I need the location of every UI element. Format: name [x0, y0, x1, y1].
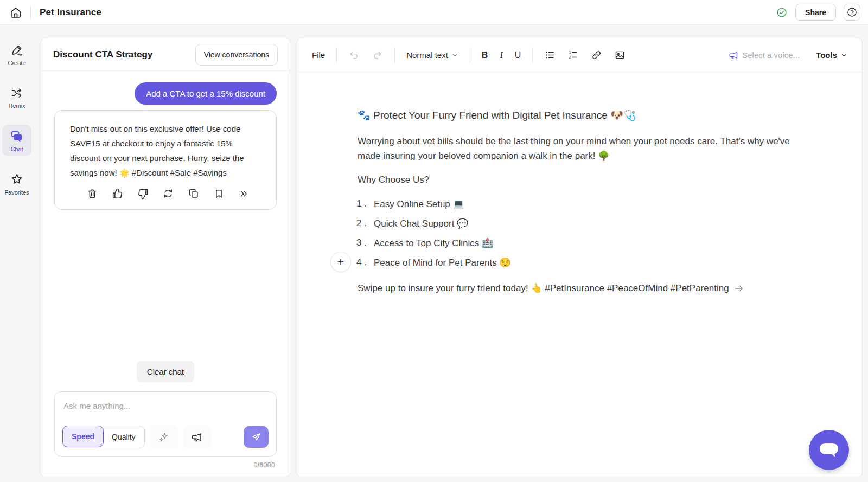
svg-text:1: 1 — [569, 50, 571, 54]
bookmark-button[interactable] — [212, 187, 226, 201]
help-button[interactable] — [844, 4, 860, 21]
clear-chat-button[interactable]: Clear chat — [137, 361, 194, 382]
underline-button[interactable]: U — [511, 47, 525, 63]
help-icon — [846, 7, 858, 18]
chat-title: Discount CTA Strategy — [53, 49, 152, 60]
improve-prompt-button[interactable] — [150, 425, 178, 449]
editor-toolbar: File Normal text — [297, 38, 862, 72]
more-actions-button[interactable] — [237, 187, 251, 201]
svg-text:2: 2 — [569, 55, 571, 59]
toolbar-divider — [394, 47, 395, 63]
megaphone-icon — [728, 50, 739, 61]
chat-composer: Ask me anything... Speed Quality — [54, 391, 277, 457]
bold-button[interactable]: B — [478, 47, 492, 63]
trash-icon — [86, 188, 98, 200]
image-icon — [614, 49, 626, 61]
chevron-down-icon — [840, 52, 847, 59]
home-icon — [9, 5, 23, 20]
list-item: Quick Chat Support 💬 — [358, 218, 792, 229]
top-bar: Pet Insurance Share — [0, 0, 868, 25]
widget-chat-icon — [819, 441, 839, 459]
thumbs-up-button[interactable] — [111, 187, 125, 201]
select-voice-button[interactable]: Select a voice... — [724, 47, 803, 64]
sidebar-item-chat[interactable]: Chat — [2, 125, 31, 156]
regenerate-button[interactable] — [161, 187, 175, 201]
bullet-list-button[interactable] — [540, 46, 559, 64]
list-item: Access to Top City Clinics 🏥 — [358, 237, 792, 249]
speed-mode-button[interactable]: Speed — [62, 426, 104, 447]
send-icon — [251, 432, 262, 443]
add-block-button[interactable]: + — [330, 252, 351, 272]
insert-image-button[interactable] — [610, 46, 629, 64]
editor-panel: File Normal text — [297, 38, 863, 477]
char-counter: 0/6000 — [55, 461, 276, 469]
italic-button[interactable]: I — [496, 47, 506, 63]
tools-menu[interactable]: Tools — [812, 47, 851, 63]
ordered-list-icon: 1 2 — [567, 49, 579, 61]
thumbs-down-icon — [137, 188, 149, 200]
sidebar-item-remix[interactable]: Remix — [2, 82, 31, 113]
bookmark-icon — [213, 188, 225, 200]
chevron-down-icon — [451, 52, 458, 59]
text-style-value: Normal text — [406, 50, 448, 60]
text-style-selector[interactable]: Normal text — [403, 47, 462, 63]
page-title: Pet Insurance — [40, 7, 101, 18]
quality-mode-button[interactable]: Quality — [103, 426, 144, 448]
megaphone-icon — [190, 431, 203, 444]
copy-button[interactable] — [187, 187, 201, 201]
more-chevrons-icon — [238, 188, 250, 200]
sparkles-icon — [158, 431, 170, 443]
document-closing: Swipe up to insure your furry friend tod… — [358, 282, 729, 294]
left-rail: Create Remix Chat — [0, 25, 34, 482]
ordered-list-button[interactable]: 1 2 — [564, 46, 583, 64]
toolbar-divider — [336, 47, 337, 63]
copy-icon — [188, 188, 200, 200]
file-menu[interactable]: File — [308, 47, 329, 63]
link-icon — [591, 49, 602, 61]
user-message-bubble: Add a CTA to get a 15% discount — [135, 82, 277, 105]
document-list: Easy Online Setup 💻 Quick Chat Support 💬… — [358, 198, 792, 268]
list-item: Peace of Mind for Pet Parents 😌 — [358, 257, 792, 268]
editor-body: + 🐾 Protect Your Furry Friend with Digit… — [297, 72, 862, 477]
redo-icon — [372, 49, 383, 61]
link-button[interactable] — [587, 46, 606, 64]
undo-icon — [348, 49, 360, 61]
document-content[interactable]: 🐾 Protect Your Furry Friend with Digital… — [358, 109, 792, 294]
sidebar-item-create[interactable]: Create — [2, 39, 31, 70]
assistant-message-text: Don't miss out on this exclusive offer! … — [70, 121, 261, 180]
thumbs-down-button[interactable] — [136, 187, 150, 201]
toolbar-divider — [470, 47, 470, 63]
send-button[interactable] — [244, 426, 269, 448]
delete-message-button[interactable] — [85, 187, 99, 201]
support-chat-widget-button[interactable] — [809, 430, 849, 470]
sidebar-item-label: Create — [8, 60, 25, 66]
topbar-divider — [30, 6, 31, 19]
sidebar-item-favorites[interactable]: Favorites — [2, 168, 31, 200]
sidebar-item-label: Chat — [10, 146, 23, 152]
sidebar-item-label: Favorites — [4, 189, 29, 196]
chat-messages: Add a CTA to get a 15% discount Don't mi… — [41, 71, 290, 457]
regenerate-icon — [162, 188, 174, 200]
share-button[interactable]: Share — [795, 4, 836, 21]
assistant-message-card: Don't miss out on this exclusive offer! … — [54, 110, 277, 210]
redo-button[interactable] — [368, 46, 387, 64]
remix-icon — [10, 86, 24, 100]
select-voice-label: Select a voice... — [742, 50, 800, 60]
list-item: Easy Online Setup 💻 — [358, 198, 792, 210]
favorites-icon — [10, 172, 24, 187]
sidebar-item-label: Remix — [8, 102, 25, 109]
saved-check-icon — [776, 7, 788, 18]
document-paragraph: Worrying about vet bills should be the l… — [358, 134, 792, 163]
toolbar-divider — [532, 47, 533, 63]
undo-button[interactable] — [344, 46, 363, 64]
mode-toggle: Speed Quality — [62, 426, 145, 448]
view-conversations-button[interactable]: View conversations — [195, 44, 278, 66]
voice-button[interactable] — [183, 425, 211, 449]
chat-input[interactable]: Ask me anything... — [62, 400, 269, 412]
arrow-right-icon — [733, 283, 744, 294]
home-button[interactable] — [8, 4, 24, 21]
bullet-list-icon — [544, 49, 556, 61]
chat-icon — [10, 129, 24, 143]
chat-panel-header: Discount CTA Strategy View conversations — [41, 38, 290, 71]
thumbs-up-icon — [111, 188, 124, 200]
